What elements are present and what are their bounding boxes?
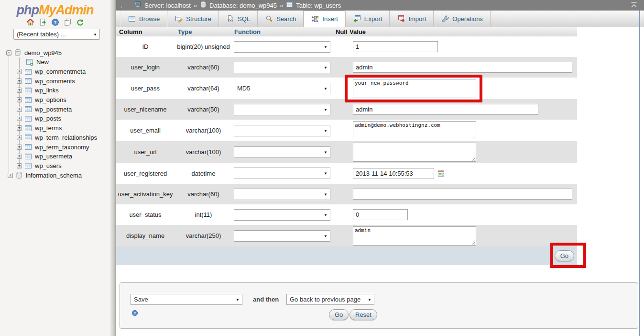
function-select[interactable]: ▼: [234, 189, 330, 200]
function-select[interactable]: ▼: [234, 125, 330, 136]
expand-icon[interactable]: +: [17, 163, 22, 168]
value-textarea-user-email[interactable]: admin@demo.webhostingnz.com: [353, 121, 476, 140]
expand-icon[interactable]: +: [17, 88, 22, 93]
tree-item-table[interactable]: +wp_term_taxonomy: [0, 142, 110, 152]
tab-import[interactable]: Import: [390, 11, 434, 27]
help-icon[interactable]: ?: [131, 310, 138, 316]
tree-item-label[interactable]: wp_links: [35, 87, 59, 94]
tree-item-label[interactable]: wp_options: [35, 96, 66, 103]
function-select[interactable]: ▼: [234, 62, 330, 73]
home-icon[interactable]: [26, 18, 34, 26]
submit-go-button[interactable]: Go: [329, 309, 349, 320]
table-icon: [24, 105, 32, 113]
breadcrumb-database[interactable]: Database: demo_wp945: [209, 2, 277, 9]
refresh-icon[interactable]: [76, 18, 84, 26]
value-input-user-nicename[interactable]: [353, 104, 538, 115]
collapse-expander-icon[interactable]: −: [6, 50, 11, 56]
after-insert-select[interactable]: Go back to previous page▼: [286, 294, 374, 305]
expand-icon[interactable]: +: [17, 116, 22, 121]
expand-icon[interactable]: +: [17, 69, 22, 74]
expand-icon[interactable]: +: [17, 125, 22, 131]
recent-tables-select[interactable]: (Recent tables) ... ▼: [13, 29, 100, 40]
function-select[interactable]: ▼: [234, 168, 330, 179]
tree-item-label[interactable]: wp_commentmeta: [35, 68, 86, 75]
tree-item-table[interactable]: +wp_posts: [0, 114, 110, 123]
chevron-down-icon: ▼: [236, 297, 240, 302]
logout-icon[interactable]: [39, 18, 47, 26]
value-input-user-login[interactable]: [353, 62, 572, 73]
tree-database-information-schema[interactable]: + information_schema: [0, 170, 110, 180]
function-select-md5[interactable]: MD5▼: [234, 83, 330, 94]
value-input-user-status[interactable]: [353, 209, 408, 220]
chevron-down-icon: ▼: [324, 107, 327, 112]
tree-item-label[interactable]: New: [36, 58, 49, 66]
breadcrumb-bar: ← Server: localhost » Database: demo_wp9…: [116, 0, 644, 11]
value-input-id[interactable]: [353, 41, 438, 52]
panel-splitter[interactable]: [110, 0, 116, 336]
expand-icon[interactable]: +: [17, 97, 22, 102]
tab-insert[interactable]: Insert: [304, 11, 346, 27]
tab-search[interactable]: Search: [258, 11, 304, 27]
breadcrumb-server[interactable]: Server: localhost: [144, 2, 191, 9]
tree-item-label[interactable]: wp_users: [35, 162, 62, 169]
tree-database-label[interactable]: demo_wp945: [24, 49, 62, 56]
tree-item-table[interactable]: +wp_links: [0, 86, 110, 95]
tree-item-table[interactable]: +wp_commentmeta: [0, 67, 110, 77]
tree-item-label[interactable]: wp_term_relationships: [35, 134, 97, 141]
logo-php: php: [17, 3, 39, 17]
header-type[interactable]: Type: [175, 28, 232, 35]
value-textarea-user-url[interactable]: [353, 143, 476, 162]
expand-icon[interactable]: +: [17, 78, 22, 84]
value-textarea-user-pass[interactable]: your_new_password: [353, 79, 476, 98]
expand-icon[interactable]: +: [17, 145, 22, 150]
tree-item-label[interactable]: wp_postmeta: [35, 106, 72, 113]
tree-item-label[interactable]: wp_usermeta: [35, 153, 72, 160]
tree-item-label[interactable]: wp_comments: [35, 78, 75, 85]
tree-item-table[interactable]: +wp_term_relationships: [0, 133, 110, 143]
chevron-down-icon: ▼: [324, 150, 327, 154]
tree-database-demo[interactable]: − demo_wp945: [0, 48, 110, 57]
function-select[interactable]: ▼: [234, 230, 330, 242]
tab-browse[interactable]: Browse: [120, 11, 167, 27]
docs-icon[interactable]: [64, 18, 72, 26]
table-icon: [24, 68, 32, 76]
phpmyadmin-logo[interactable]: phpMyAdmin: [0, 3, 110, 18]
tree-database-label[interactable]: information_schema: [26, 172, 82, 179]
tab-operations[interactable]: Operations: [434, 11, 491, 27]
tree-item-table[interactable]: +wp_options: [0, 95, 110, 105]
expand-icon[interactable]: +: [8, 173, 13, 178]
back-arrow-icon[interactable]: ←: [119, 1, 126, 10]
tree-item-label[interactable]: wp_terms: [35, 124, 62, 132]
tree-item-table[interactable]: +wp_usermeta: [0, 152, 110, 161]
tree-item-table[interactable]: +wp_comments: [0, 76, 110, 86]
tree-item-table[interactable]: +wp_terms: [0, 123, 110, 133]
help-icon[interactable]: ?: [51, 18, 59, 26]
tree-item-label[interactable]: wp_posts: [35, 115, 61, 122]
function-select[interactable]: ▼: [234, 104, 330, 115]
value-textarea-display-name[interactable]: admin: [353, 226, 476, 246]
function-select[interactable]: ▼: [234, 209, 330, 221]
tree-item-table-selected[interactable]: +wp_users: [0, 161, 110, 171]
tab-structure[interactable]: Structure: [167, 11, 219, 27]
go-button[interactable]: Go: [555, 250, 574, 261]
save-action-select[interactable]: Save▼: [131, 294, 242, 305]
tab-sql[interactable]: SQLSQL: [219, 11, 258, 27]
tree-item-label[interactable]: wp_term_taxonomy: [35, 144, 89, 151]
breadcrumb-table[interactable]: Table: wp_users: [296, 2, 341, 9]
calendar-icon[interactable]: [437, 170, 445, 177]
collapse-top-icon[interactable]: [630, 1, 638, 10]
field-row-user-url: user_url varchar(100) ▼: [116, 141, 577, 163]
expand-icon[interactable]: +: [17, 107, 22, 112]
column-name: display_name: [116, 232, 175, 239]
tab-export[interactable]: Export: [346, 11, 390, 27]
function-select[interactable]: ▼: [234, 146, 330, 158]
expand-icon[interactable]: +: [17, 135, 22, 140]
value-input-user-activation-key[interactable]: [353, 189, 572, 200]
header-function[interactable]: Function: [232, 28, 334, 35]
expand-icon[interactable]: +: [17, 154, 22, 159]
value-input-user-registered[interactable]: [353, 168, 434, 179]
tree-item-table[interactable]: +wp_postmeta: [0, 104, 110, 114]
tree-item-new[interactable]: New: [0, 57, 110, 67]
function-select[interactable]: ▼: [234, 41, 330, 53]
reset-button[interactable]: Reset: [349, 309, 377, 320]
